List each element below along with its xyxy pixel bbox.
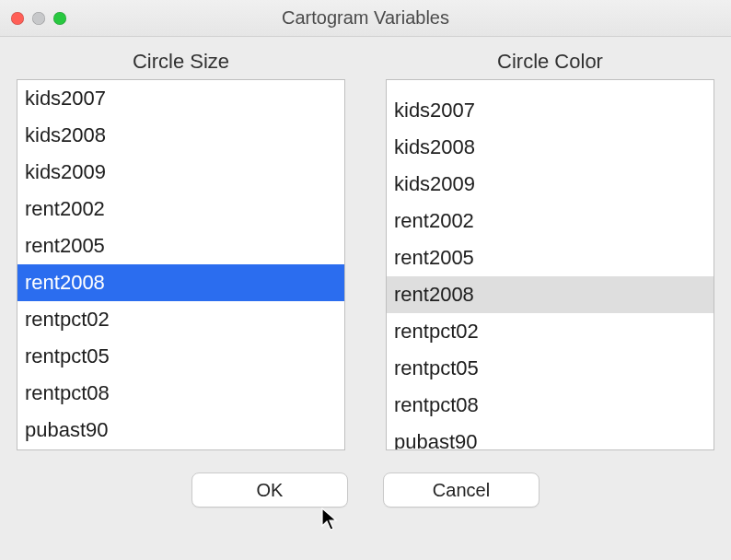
button-bar: OK Cancel bbox=[17, 450, 714, 508]
circle-color-listbox[interactable]: kids2006kids2007kids2008kids2009rent2002… bbox=[386, 79, 714, 450]
minimize-icon[interactable] bbox=[32, 12, 45, 25]
circle-size-listbox[interactable]: kids2007kids2008kids2009rent2002rent2005… bbox=[17, 79, 345, 450]
list-item[interactable]: kids2006 bbox=[387, 79, 714, 92]
mouse-cursor-icon bbox=[320, 508, 341, 533]
list-item[interactable]: rent2002 bbox=[387, 203, 714, 239]
list-item[interactable]: rent2008 bbox=[17, 264, 344, 301]
list-item[interactable]: kids2007 bbox=[17, 80, 344, 117]
close-icon[interactable] bbox=[11, 12, 24, 25]
list-item[interactable]: rentpct02 bbox=[387, 313, 714, 350]
ok-button[interactable]: OK bbox=[191, 472, 348, 508]
list-item[interactable]: rent2008 bbox=[387, 276, 714, 313]
list-item[interactable]: kids2009 bbox=[387, 166, 714, 203]
list-item[interactable]: rentpct08 bbox=[17, 375, 344, 412]
list-item[interactable]: pubast90 bbox=[17, 412, 344, 449]
list-item[interactable]: rent2005 bbox=[17, 228, 344, 264]
window-controls bbox=[11, 12, 66, 25]
list-item[interactable]: pubast90 bbox=[387, 424, 714, 450]
list-item[interactable]: kids2009 bbox=[17, 154, 344, 191]
circle-size-header: Circle Size bbox=[17, 50, 345, 74]
cancel-button[interactable]: Cancel bbox=[383, 472, 540, 508]
list-item[interactable]: rentpct05 bbox=[387, 350, 714, 387]
list-item[interactable]: rentpct05 bbox=[17, 338, 344, 375]
circle-size-column: Circle Size kids2007kids2008kids2009rent… bbox=[17, 50, 345, 450]
list-item[interactable]: kids2007 bbox=[387, 92, 714, 129]
circle-color-column: Circle Color kids2006kids2007kids2008kid… bbox=[386, 50, 714, 450]
list-item[interactable]: rent2005 bbox=[387, 239, 714, 276]
dialog-content: Circle Size kids2007kids2008kids2009rent… bbox=[0, 37, 731, 508]
titlebar: Cartogram Variables bbox=[0, 0, 731, 37]
list-item[interactable]: rent2002 bbox=[17, 191, 344, 228]
maximize-icon[interactable] bbox=[53, 12, 66, 25]
list-item[interactable]: rentpct08 bbox=[387, 387, 714, 424]
list-item[interactable]: rentpct02 bbox=[17, 301, 344, 338]
list-item[interactable]: kids2008 bbox=[17, 117, 344, 154]
window-title: Cartogram Variables bbox=[0, 7, 731, 29]
list-item[interactable]: kids2008 bbox=[387, 129, 714, 166]
circle-color-header: Circle Color bbox=[386, 50, 714, 74]
